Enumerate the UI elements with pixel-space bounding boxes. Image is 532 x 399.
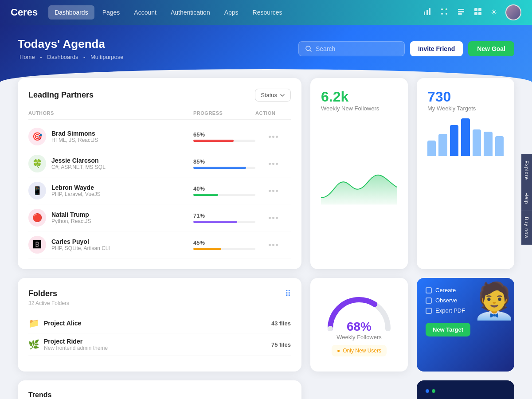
col-authors: Authors: [28, 110, 193, 116]
partner-avatar: 🅱: [28, 236, 46, 254]
targets-card: 730 My Weekly Targets: [417, 78, 514, 269]
side-tab-explore[interactable]: Explore: [521, 154, 532, 186]
folder-files: 75 files: [271, 341, 291, 348]
nav-apps[interactable]: Apps: [218, 5, 245, 20]
svg-point-3: [441, 8, 443, 10]
action-menu[interactable]: [255, 163, 291, 165]
nav-account[interactable]: Account: [128, 5, 163, 20]
top-grid: Leading Partners Status Authors Progress…: [18, 78, 514, 269]
svg-rect-1: [426, 10, 428, 15]
dots-icon[interactable]: [440, 7, 449, 18]
bar: [461, 118, 469, 156]
svg-rect-8: [458, 9, 464, 10]
svg-rect-2: [429, 8, 430, 15]
progress-bar-bg: [193, 221, 255, 223]
partner-name: Carles Puyol: [51, 238, 110, 245]
partner-info: 📱 Lebron Wayde PHP, Laravel, VueJS: [28, 182, 193, 200]
navbar: Ceres Dashboards Pages Account Authentic…: [0, 0, 532, 25]
search-input[interactable]: [316, 45, 387, 52]
option-checkbox[interactable]: [426, 287, 432, 293]
progress-pct: 40%: [193, 185, 255, 192]
new-target-button[interactable]: New Target: [426, 323, 470, 336]
action-menu[interactable]: [255, 244, 291, 246]
bar-chart-icon[interactable]: [423, 7, 432, 18]
partner-info: 🔴 Natali Trump Python, ReactJS: [28, 209, 193, 227]
folder-name: Project Rider: [44, 338, 108, 345]
sun-icon[interactable]: ☀: [490, 8, 497, 17]
targets-bar-chart: [427, 116, 504, 156]
app-logo: Ceres: [11, 7, 38, 18]
rb-dot2: [432, 389, 435, 393]
progress-bar-bg: [193, 140, 255, 142]
option-label: Cereate: [435, 287, 456, 293]
folder-desc: New frontend admin theme: [44, 345, 108, 351]
progress-bar-bg: [193, 248, 255, 250]
user-avatar[interactable]: [505, 4, 521, 20]
side-tab-help[interactable]: Help: [521, 186, 532, 211]
side-tab-buy[interactable]: Buy now: [521, 211, 532, 245]
progress-bar: [193, 194, 218, 196]
partner-avatar: 📱: [28, 182, 46, 200]
breadcrumb-dashboards[interactable]: Dashboards: [47, 54, 78, 60]
folder-icon: 🌿: [28, 339, 39, 350]
page-title: Todays' Agenda: [18, 37, 125, 51]
nav-pages[interactable]: Pages: [96, 5, 126, 20]
progress-pct: 65%: [193, 131, 255, 138]
partner-name: Brad Simmons: [51, 130, 98, 137]
search-box[interactable]: [298, 41, 405, 56]
invite-friend-button[interactable]: Invite Friend: [410, 41, 463, 56]
bar: [473, 129, 481, 156]
nav-dashboards[interactable]: Dashboards: [48, 5, 94, 20]
main-content: Leading Partners Status Authors Progress…: [0, 78, 532, 399]
grid-icon[interactable]: [473, 7, 482, 18]
action-menu[interactable]: [255, 217, 291, 219]
side-tabs: Explore Help Buy now: [521, 154, 532, 245]
folders-card: Folders ⠿ 32 Active Folders 📁 Project Al…: [18, 278, 301, 372]
option-label: Export PDF: [435, 307, 465, 314]
svg-rect-10: [458, 13, 462, 15]
option-checkbox[interactable]: [426, 308, 432, 314]
new-goal-button[interactable]: New Goal: [468, 41, 514, 56]
folder-name: Project Alice: [44, 320, 81, 327]
folders-title: Folders: [28, 289, 57, 298]
option-label: Observe: [435, 297, 457, 304]
folder-info: 🌿 Project Rider New frontend admin theme: [28, 338, 108, 351]
list-item: 🌿 Project Rider New frontend admin theme…: [28, 333, 291, 356]
trends-title: Trends: [28, 391, 291, 399]
svg-point-6: [446, 13, 447, 15]
action-menu[interactable]: [255, 136, 291, 138]
partner-tech: Python, ReactJS: [51, 218, 91, 224]
search-icon: [305, 45, 312, 52]
breadcrumb-multipurpose: Multipurpose: [90, 54, 123, 60]
bar: [495, 136, 504, 156]
breadcrumb-home[interactable]: Home: [20, 54, 35, 60]
partner-rows: 🎯 Brad Simmons HTML, JS, ReactJS 65% 🍀 J…: [28, 123, 291, 258]
illustration: 🧑‍💼: [472, 280, 514, 322]
partner-name: Jessie Clarcson: [51, 157, 106, 164]
trends-card: Trends Latest tech trends 🅿 Top Authors …: [18, 380, 301, 399]
svg-rect-0: [424, 12, 425, 15]
svg-rect-11: [474, 8, 477, 11]
nav-resources[interactable]: Resources: [246, 5, 289, 20]
layers-icon[interactable]: [457, 7, 466, 18]
option-checkbox[interactable]: [426, 297, 432, 304]
progress-wrap: 71%: [193, 212, 255, 223]
followers-stat: 6.2k: [321, 89, 397, 105]
table-row: 🅱 Carles Puyol PHP, SQLite, Artisan CLI …: [28, 231, 291, 258]
bar: [438, 134, 447, 156]
breadcrumb: Home - Dashboards - Multipurpose: [18, 54, 125, 60]
folders-dots[interactable]: ⠿: [285, 289, 291, 298]
progress-bar: [193, 167, 246, 169]
partner-info: 🎯 Brad Simmons HTML, JS, ReactJS: [28, 128, 193, 145]
folder-icon: 📁: [28, 318, 39, 329]
nav-items: Dashboards Pages Account Authentication …: [48, 5, 288, 20]
nav-authentication[interactable]: Authentication: [164, 5, 216, 20]
bar: [427, 141, 436, 156]
table-row: 🍀 Jessie Clarcson C#, ASP.NET, MS SQL 85…: [28, 150, 291, 177]
status-dropdown[interactable]: Status: [255, 89, 291, 102]
action-menu[interactable]: [255, 190, 291, 192]
targets-label: My Weekly Targets: [427, 105, 504, 112]
progress-bar: [193, 248, 221, 250]
users-badge-text: Only New Users: [343, 348, 381, 354]
partner-info: 🅱 Carles Puyol PHP, SQLite, Artisan CLI: [28, 236, 193, 254]
